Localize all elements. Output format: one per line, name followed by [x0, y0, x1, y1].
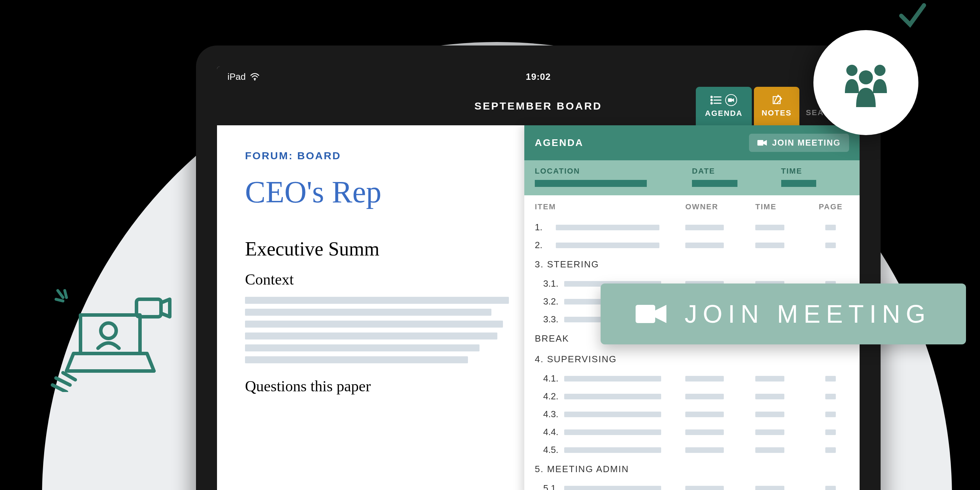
agenda-item-time-placeholder: [755, 394, 784, 399]
agenda-item-num: 4.2.: [543, 391, 564, 402]
agenda-item-title-placeholder: [564, 430, 661, 435]
agenda-item-time-placeholder: [755, 225, 784, 230]
people-badge[interactable]: [813, 30, 918, 135]
agenda-section-heading[interactable]: 5. MEETING ADMIN: [535, 459, 849, 479]
svg-rect-15: [728, 99, 732, 102]
agenda-item-num: 4.4.: [543, 426, 564, 438]
agenda-meta: LOCATION DATE TIME: [524, 160, 860, 195]
col-owner: OWNER: [685, 202, 755, 212]
agenda-item-page-placeholder: [825, 376, 836, 382]
agenda-section-heading[interactable]: 3. STEERING: [535, 254, 849, 275]
svg-point-14: [711, 103, 712, 104]
agenda-item-owner-placeholder: [685, 376, 724, 382]
agenda-item-num: 3.2.: [543, 296, 564, 307]
join-meeting-label-small: JOIN MEETING: [772, 138, 841, 148]
agenda-item-time-placeholder: [755, 486, 784, 490]
tab-notes-label: NOTES: [762, 108, 792, 118]
agenda-item-owner-placeholder: [685, 243, 724, 248]
tablet-screen: iPad 19:02 SEPTEMBER BOARD AGEN: [217, 67, 860, 490]
agenda-item-time-placeholder: [755, 430, 784, 435]
agenda-column-headers: ITEM OWNER TIME PAGE: [524, 195, 860, 218]
agenda-header: AGENDA JOIN MEETING: [524, 125, 860, 160]
video-badge-icon: [725, 94, 737, 106]
agenda-item-title-placeholder: [564, 412, 661, 417]
video-laptop-doodle: [38, 280, 172, 392]
svg-point-1: [874, 65, 886, 76]
meta-date-label: DATE: [692, 167, 760, 176]
join-meeting-label-floating: JOIN MEETING: [685, 300, 931, 328]
tablet-frame: iPad 19:02 SEPTEMBER BOARD AGEN: [196, 46, 881, 490]
svg-point-3: [101, 323, 116, 339]
tab-agenda[interactable]: AGENDA: [696, 87, 752, 125]
agenda-item-time-placeholder: [755, 376, 784, 382]
svg-point-12: [711, 96, 712, 98]
svg-point-5: [254, 79, 256, 81]
agenda-item-title-placeholder: [564, 486, 661, 490]
agenda-item-title-placeholder: [564, 394, 661, 399]
agenda-item-title-placeholder: [564, 447, 661, 453]
agenda-item-num: 4.5.: [543, 444, 564, 455]
wifi-icon: [250, 73, 260, 81]
agenda-item-num: 4.1.: [543, 373, 564, 384]
agenda-item-title-placeholder: [556, 243, 659, 248]
agenda-item-time-placeholder: [755, 412, 784, 417]
svg-point-0: [846, 65, 858, 76]
edit-icon: [771, 94, 782, 106]
agenda-item-num: 4.3.: [543, 409, 564, 420]
agenda-item-title-placeholder: [556, 225, 659, 230]
svg-rect-18: [757, 140, 764, 146]
app-header: SEPTEMBER BOARD AGENDA NOTES: [217, 87, 860, 125]
agenda-item-page-placeholder: [825, 430, 836, 435]
video-icon: [636, 303, 667, 325]
agenda-item-num: 3.3.: [543, 314, 564, 325]
svg-point-13: [711, 99, 712, 101]
join-meeting-button-small[interactable]: JOIN MEETING: [749, 134, 849, 152]
agenda-item-row[interactable]: 5.1.: [535, 479, 849, 490]
agenda-item-row[interactable]: 4.4.: [535, 423, 849, 441]
status-time: 19:02: [526, 72, 551, 82]
meta-time-value: [781, 180, 816, 187]
agenda-item-row[interactable]: 2.: [535, 236, 849, 254]
status-bar: iPad 19:02: [217, 67, 860, 87]
agenda-item-page-placeholder: [825, 447, 836, 453]
agenda-item-page-placeholder: [825, 486, 836, 490]
agenda-item-row[interactable]: 4.3.: [535, 405, 849, 423]
col-page: PAGE: [808, 202, 843, 212]
svg-rect-19: [636, 305, 655, 323]
meta-date-value: [692, 180, 737, 187]
meta-time-label: TIME: [781, 167, 850, 176]
agenda-item-owner-placeholder: [685, 225, 724, 230]
agenda-list: 1.2.3. STEERING3.1.3.2.3.3.BREAK4. SUPER…: [524, 218, 860, 490]
checkmark-icon: [896, 0, 928, 32]
col-item: ITEM: [535, 202, 685, 212]
agenda-item-page-placeholder: [825, 412, 836, 417]
app-title: SEPTEMBER BOARD: [474, 100, 602, 112]
agenda-item-page-placeholder: [825, 243, 836, 248]
agenda-item-owner-placeholder: [685, 447, 724, 453]
join-meeting-button-floating[interactable]: JOIN MEETING: [601, 283, 966, 344]
agenda-item-page-placeholder: [825, 394, 836, 399]
svg-point-2: [859, 70, 873, 84]
tab-agenda-label: AGENDA: [705, 109, 742, 118]
agenda-item-num: 5.1.: [543, 483, 564, 490]
agenda-item-page-placeholder: [825, 225, 836, 230]
device-label: iPad: [228, 72, 246, 82]
agenda-item-num: 1.: [535, 222, 556, 233]
agenda-item-time-placeholder: [755, 447, 784, 453]
agenda-item-num: 2.: [535, 240, 556, 251]
agenda-panel-title: AGENDA: [535, 137, 584, 148]
agenda-item-owner-placeholder: [685, 430, 724, 435]
col-time: TIME: [755, 202, 808, 212]
agenda-item-owner-placeholder: [685, 412, 724, 417]
agenda-item-num: 3.1.: [543, 278, 564, 289]
agenda-item-row[interactable]: 4.2.: [535, 387, 849, 405]
agenda-item-row[interactable]: 4.1.: [535, 370, 849, 387]
agenda-item-owner-placeholder: [685, 394, 724, 399]
agenda-item-row[interactable]: 1.: [535, 218, 849, 236]
tab-notes[interactable]: NOTES: [754, 87, 799, 125]
agenda-item-title-placeholder: [564, 376, 661, 382]
agenda-item-row[interactable]: 4.5.: [535, 441, 849, 459]
agenda-item-time-placeholder: [755, 243, 784, 248]
people-icon: [834, 51, 897, 114]
agenda-section-heading[interactable]: 4. SUPERVISING: [535, 349, 849, 370]
